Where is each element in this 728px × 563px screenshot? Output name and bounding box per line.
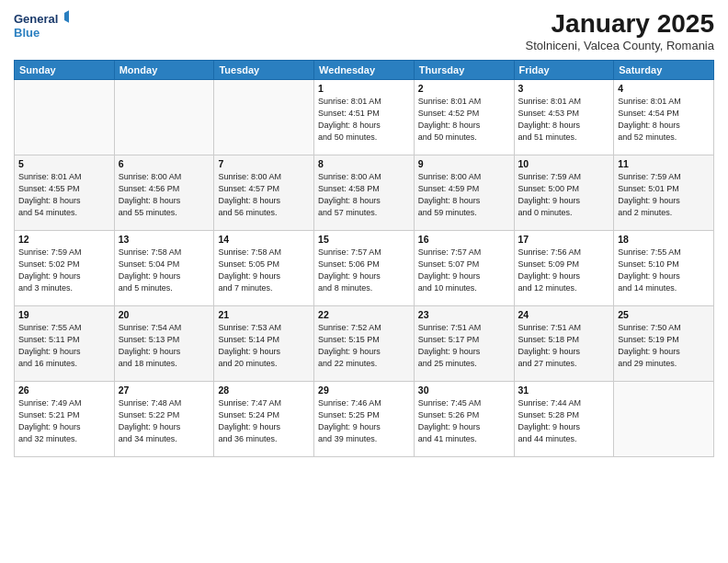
- logo: General Blue: [14, 9, 69, 42]
- day-number: 27: [119, 385, 210, 396]
- day-info: Sunrise: 7:55 AMSunset: 5:10 PMDaylight:…: [618, 247, 710, 294]
- day-cell: 31Sunrise: 7:44 AMSunset: 5:28 PMDayligh…: [514, 382, 614, 457]
- day-cell: 24Sunrise: 7:51 AMSunset: 5:18 PMDayligh…: [514, 306, 614, 382]
- week-row-5: 26Sunrise: 7:49 AMSunset: 5:21 PMDayligh…: [15, 382, 714, 457]
- day-number: 18: [618, 234, 710, 245]
- day-info: Sunrise: 8:00 AMSunset: 4:57 PMDaylight:…: [218, 171, 310, 219]
- logo-svg: General Blue: [14, 9, 69, 42]
- day-number: 3: [518, 83, 610, 94]
- day-number: 19: [18, 309, 110, 320]
- day-cell: 8Sunrise: 8:00 AMSunset: 4:58 PMDaylight…: [314, 155, 415, 231]
- day-info: Sunrise: 7:50 AMSunset: 5:19 PMDaylight:…: [618, 322, 710, 370]
- day-number: 11: [618, 158, 710, 169]
- day-cell: 17Sunrise: 7:56 AMSunset: 5:09 PMDayligh…: [514, 231, 614, 306]
- day-number: 23: [418, 309, 510, 320]
- day-cell: 7Sunrise: 8:00 AMSunset: 4:57 PMDaylight…: [214, 155, 314, 231]
- day-cell: 21Sunrise: 7:53 AMSunset: 5:14 PMDayligh…: [214, 306, 314, 382]
- day-number: 5: [18, 158, 110, 169]
- day-number: 4: [618, 83, 710, 94]
- day-info: Sunrise: 7:52 AMSunset: 5:15 PMDaylight:…: [318, 322, 410, 370]
- day-cell: 4Sunrise: 8:01 AMSunset: 4:54 PMDaylight…: [614, 80, 714, 155]
- day-cell: 2Sunrise: 8:01 AMSunset: 4:52 PMDaylight…: [414, 80, 514, 155]
- day-number: 1: [318, 83, 410, 94]
- day-number: 22: [318, 309, 410, 320]
- day-cell: 13Sunrise: 7:58 AMSunset: 5:04 PMDayligh…: [114, 231, 214, 306]
- weekday-header-friday: Friday: [514, 61, 614, 80]
- day-cell: 22Sunrise: 7:52 AMSunset: 5:15 PMDayligh…: [314, 306, 415, 382]
- day-cell: 12Sunrise: 7:59 AMSunset: 5:02 PMDayligh…: [15, 231, 115, 306]
- day-info: Sunrise: 7:55 AMSunset: 5:11 PMDaylight:…: [18, 322, 110, 370]
- weekday-header-wednesday: Wednesday: [314, 61, 415, 80]
- day-info: Sunrise: 7:51 AMSunset: 5:18 PMDaylight:…: [518, 322, 610, 370]
- day-info: Sunrise: 7:56 AMSunset: 5:09 PMDaylight:…: [518, 247, 610, 294]
- day-info: Sunrise: 7:57 AMSunset: 5:07 PMDaylight:…: [418, 247, 510, 294]
- header: General Blue January 2025 Stolniceni, Va…: [14, 9, 714, 52]
- day-cell: 23Sunrise: 7:51 AMSunset: 5:17 PMDayligh…: [414, 306, 514, 382]
- day-number: 2: [418, 83, 510, 94]
- weekday-header-row: SundayMondayTuesdayWednesdayThursdayFrid…: [15, 61, 714, 80]
- day-info: Sunrise: 7:53 AMSunset: 5:14 PMDaylight:…: [218, 322, 310, 370]
- day-number: 14: [218, 234, 310, 245]
- day-cell: [114, 80, 214, 155]
- day-number: 21: [218, 309, 310, 320]
- day-info: Sunrise: 7:59 AMSunset: 5:01 PMDaylight:…: [618, 171, 710, 219]
- day-cell: 29Sunrise: 7:46 AMSunset: 5:25 PMDayligh…: [314, 382, 415, 457]
- svg-text:Blue: Blue: [14, 26, 40, 40]
- weekday-header-saturday: Saturday: [614, 61, 714, 80]
- title-block: January 2025 Stolniceni, Valcea County, …: [526, 9, 714, 52]
- svg-text:General: General: [14, 12, 58, 26]
- weekday-header-sunday: Sunday: [15, 61, 115, 80]
- month-title: January 2025: [526, 9, 714, 39]
- day-info: Sunrise: 8:01 AMSunset: 4:55 PMDaylight:…: [18, 171, 110, 219]
- day-cell: 19Sunrise: 7:55 AMSunset: 5:11 PMDayligh…: [15, 306, 115, 382]
- day-number: 17: [518, 234, 610, 245]
- day-cell: 15Sunrise: 7:57 AMSunset: 5:06 PMDayligh…: [314, 231, 415, 306]
- day-cell: 5Sunrise: 8:01 AMSunset: 4:55 PMDaylight…: [15, 155, 115, 231]
- day-cell: 27Sunrise: 7:48 AMSunset: 5:22 PMDayligh…: [114, 382, 214, 457]
- day-cell: 10Sunrise: 7:59 AMSunset: 5:00 PMDayligh…: [514, 155, 614, 231]
- day-number: 6: [119, 158, 210, 169]
- day-info: Sunrise: 8:00 AMSunset: 4:58 PMDaylight:…: [318, 171, 410, 219]
- day-cell: 28Sunrise: 7:47 AMSunset: 5:24 PMDayligh…: [214, 382, 314, 457]
- day-number: 29: [318, 385, 410, 396]
- day-cell: 1Sunrise: 8:01 AMSunset: 4:51 PMDaylight…: [314, 80, 415, 155]
- day-info: Sunrise: 8:00 AMSunset: 4:59 PMDaylight:…: [418, 171, 510, 219]
- day-info: Sunrise: 7:44 AMSunset: 5:28 PMDaylight:…: [518, 397, 610, 445]
- day-cell: [15, 80, 115, 155]
- day-info: Sunrise: 7:49 AMSunset: 5:21 PMDaylight:…: [18, 397, 110, 445]
- day-info: Sunrise: 8:01 AMSunset: 4:51 PMDaylight:…: [318, 96, 410, 144]
- day-cell: 16Sunrise: 7:57 AMSunset: 5:07 PMDayligh…: [414, 231, 514, 306]
- day-number: 13: [119, 234, 210, 245]
- day-info: Sunrise: 7:58 AMSunset: 5:04 PMDaylight:…: [119, 247, 210, 294]
- week-row-4: 19Sunrise: 7:55 AMSunset: 5:11 PMDayligh…: [15, 306, 714, 382]
- day-cell: 9Sunrise: 8:00 AMSunset: 4:59 PMDaylight…: [414, 155, 514, 231]
- day-info: Sunrise: 7:48 AMSunset: 5:22 PMDaylight:…: [119, 397, 210, 445]
- day-info: Sunrise: 8:00 AMSunset: 4:56 PMDaylight:…: [119, 171, 210, 219]
- day-info: Sunrise: 7:51 AMSunset: 5:17 PMDaylight:…: [418, 322, 510, 370]
- day-info: Sunrise: 8:01 AMSunset: 4:53 PMDaylight:…: [518, 96, 610, 144]
- day-number: 26: [18, 385, 110, 396]
- day-number: 9: [418, 158, 510, 169]
- day-cell: [614, 382, 714, 457]
- calendar-table: SundayMondayTuesdayWednesdayThursdayFrid…: [14, 60, 714, 457]
- day-cell: 3Sunrise: 8:01 AMSunset: 4:53 PMDaylight…: [514, 80, 614, 155]
- week-row-3: 12Sunrise: 7:59 AMSunset: 5:02 PMDayligh…: [15, 231, 714, 306]
- day-number: 24: [518, 309, 610, 320]
- day-cell: 26Sunrise: 7:49 AMSunset: 5:21 PMDayligh…: [15, 382, 115, 457]
- week-row-1: 1Sunrise: 8:01 AMSunset: 4:51 PMDaylight…: [15, 80, 714, 155]
- day-info: Sunrise: 8:01 AMSunset: 4:54 PMDaylight:…: [618, 96, 710, 144]
- day-info: Sunrise: 8:01 AMSunset: 4:52 PMDaylight:…: [418, 96, 510, 144]
- day-number: 31: [518, 385, 610, 396]
- day-number: 10: [518, 158, 610, 169]
- weekday-header-tuesday: Tuesday: [214, 61, 314, 80]
- day-number: 20: [119, 309, 210, 320]
- day-cell: 11Sunrise: 7:59 AMSunset: 5:01 PMDayligh…: [614, 155, 714, 231]
- day-cell: 14Sunrise: 7:58 AMSunset: 5:05 PMDayligh…: [214, 231, 314, 306]
- day-number: 30: [418, 385, 510, 396]
- day-number: 12: [18, 234, 110, 245]
- day-cell: 30Sunrise: 7:45 AMSunset: 5:26 PMDayligh…: [414, 382, 514, 457]
- day-cell: 25Sunrise: 7:50 AMSunset: 5:19 PMDayligh…: [614, 306, 714, 382]
- day-info: Sunrise: 7:45 AMSunset: 5:26 PMDaylight:…: [418, 397, 510, 445]
- day-cell: 6Sunrise: 8:00 AMSunset: 4:56 PMDaylight…: [114, 155, 214, 231]
- day-cell: 18Sunrise: 7:55 AMSunset: 5:10 PMDayligh…: [614, 231, 714, 306]
